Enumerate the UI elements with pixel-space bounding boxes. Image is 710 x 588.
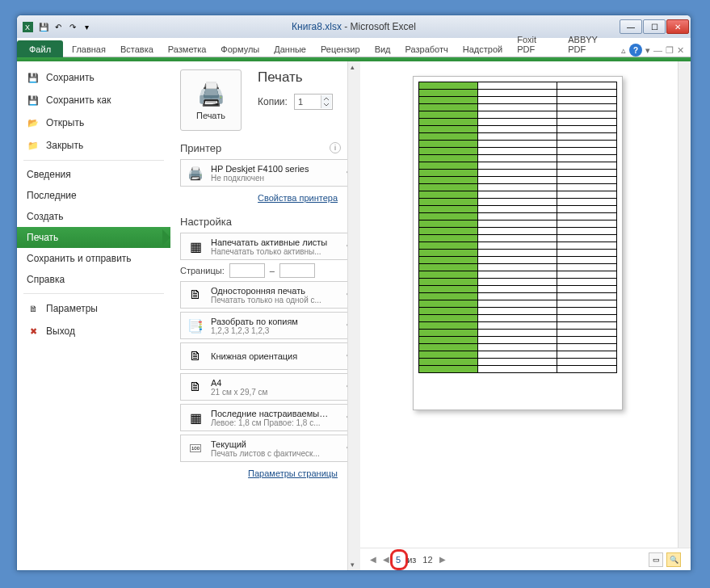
print-heading: Печать [258, 69, 333, 86]
printer-icon: 🖨️ [197, 81, 225, 107]
save-as-icon: 💾 [27, 94, 40, 107]
doc-close-icon[interactable]: ✕ [677, 45, 684, 56]
nav-help[interactable]: Справка [17, 269, 170, 290]
preview-footer: ◀ ◀ 5 из 12 ▶ ▭ 🔍 [360, 548, 691, 570]
qat-undo-icon[interactable]: ↶ [52, 21, 64, 33]
nav-save[interactable]: 💾Сохранить [17, 66, 170, 89]
margins-icon: ▦ [185, 407, 206, 428]
print-button[interactable]: 🖨️ Печать [180, 69, 242, 131]
help-chevron-icon[interactable]: ▾ [645, 45, 650, 56]
close-file-icon: 📁 [27, 139, 40, 152]
minimize-button[interactable]: — [620, 19, 642, 34]
total-pages: 12 [422, 555, 432, 565]
paper-icon: 🗎 [185, 376, 206, 397]
tab-layout[interactable]: Разметка [161, 40, 214, 57]
nav-print[interactable]: Печать [17, 227, 170, 248]
tab-home[interactable]: Главная [65, 40, 113, 57]
print-button-label: Печать [196, 111, 225, 120]
scaling-icon: 100 [185, 438, 206, 459]
settings-section-title: Настройка [180, 216, 355, 228]
printer-selector[interactable]: 🖨️ HP Deskjet F4100 series Не подключен … [180, 159, 355, 187]
sides-icon: 🗎 [185, 284, 206, 305]
backstage-view: 💾Сохранить 💾Сохранить как 📂Открыть 📁Закр… [17, 61, 691, 570]
minimize-ribbon-icon[interactable]: ▵ [621, 45, 626, 56]
nav-separator [23, 160, 164, 161]
print-what-selector[interactable]: ▦ Напечатать активные листы Напечатать т… [180, 233, 355, 260]
printer-name: HP Deskjet F4100 series [211, 164, 309, 174]
sides-selector[interactable]: 🗎 Односторонняя печать Печатать только н… [180, 281, 355, 309]
nav-options[interactable]: 🗎Параметры [17, 297, 170, 320]
print-preview-area [360, 61, 691, 548]
qat-redo-icon[interactable]: ↷ [66, 21, 78, 33]
printer-status: Не подключен [211, 174, 309, 183]
preview-page [413, 76, 623, 410]
doc-minimize-icon[interactable]: — [653, 45, 662, 55]
exit-icon: ✖ [27, 325, 40, 338]
help-icon[interactable]: ? [629, 44, 642, 57]
printer-properties-link[interactable]: Свойства принтера [258, 193, 338, 203]
title-appname: Microsoft Excel [351, 21, 416, 32]
prev-page-button[interactable]: ◀ [383, 555, 389, 564]
nav-save-send[interactable]: Сохранить и отправить [17, 248, 170, 269]
svg-text:X: X [25, 23, 30, 32]
window-frame: X 💾 ↶ ↷ ▾ Книга8.xlsx - Microsoft Excel … [16, 15, 691, 571]
preview-content-table [418, 82, 617, 373]
excel-icon: X [22, 21, 34, 33]
close-button[interactable]: ✕ [666, 19, 689, 34]
tab-developer[interactable]: Разработч [398, 40, 456, 57]
tab-file[interactable]: Файл [17, 40, 63, 57]
tab-insert[interactable]: Вставка [113, 40, 161, 57]
tab-addins[interactable]: Надстрой [456, 40, 510, 57]
options-icon: 🗎 [27, 302, 40, 315]
preview-scrollbar[interactable] [678, 61, 691, 548]
margins-selector[interactable]: ▦ Последние настраиваемые ... Левое: 1,8… [180, 404, 355, 431]
collate-icon: 📑 [185, 315, 206, 336]
show-margins-button[interactable]: ▭ [649, 552, 663, 567]
qat-customize-icon[interactable]: ▾ [81, 21, 93, 33]
ribbon-tabs: Файл Главная Вставка Разметка Формулы Да… [17, 38, 691, 57]
save-icon: 💾 [27, 71, 40, 84]
print-preview-pane: ◀ ◀ 5 из 12 ▶ ▭ 🔍 [360, 61, 691, 570]
settings-scrollbar[interactable] [347, 61, 360, 570]
next-page-button[interactable]: ▶ [439, 555, 446, 564]
current-page-number[interactable]: 5 [396, 555, 401, 565]
backstage-nav: 💾Сохранить 💾Сохранить как 📂Открыть 📁Закр… [17, 61, 170, 570]
title-filename: Книга8.xlsx [292, 21, 342, 32]
copies-spinner[interactable]: 1 [294, 94, 333, 110]
pages-separator: – [270, 266, 275, 275]
nav-close-file[interactable]: 📁Закрыть [17, 134, 170, 157]
tab-foxit[interactable]: Foxit PDF [510, 31, 561, 57]
doc-restore-icon[interactable]: ❐ [666, 45, 674, 56]
tab-review[interactable]: Рецензир [313, 40, 368, 57]
copies-label: Копии: [258, 96, 288, 107]
printer-info-icon[interactable]: i [330, 142, 341, 153]
tab-data[interactable]: Данные [267, 40, 313, 57]
orientation-selector[interactable]: 🗎 Книжная ориентация ▾ [180, 342, 355, 370]
pages-to-input[interactable] [279, 263, 315, 278]
nav-recent[interactable]: Последние [17, 185, 170, 206]
collate-selector[interactable]: 📑 Разобрать по копиям 1,2,3 1,2,3 1,2,3 … [180, 312, 355, 339]
printer-device-icon: 🖨️ [185, 162, 206, 183]
quick-access-toolbar: 💾 ↶ ↷ ▾ [37, 21, 93, 33]
nav-separator [23, 293, 164, 294]
zoom-to-page-button[interactable]: 🔍 [666, 552, 681, 567]
scaling-selector[interactable]: 100 Текущий Печать листов с фактическ...… [180, 435, 355, 462]
nav-open[interactable]: 📂Открыть [17, 111, 170, 134]
backstage-content: 🖨️ Печать Печать Копии: 1 Принтерi 🖨️ [170, 61, 691, 570]
nav-new[interactable]: Создать [17, 206, 170, 227]
nav-info[interactable]: Сведения [17, 164, 170, 185]
tab-formulas[interactable]: Формулы [213, 40, 267, 57]
sheets-icon: ▦ [185, 236, 206, 257]
page-navigator: ◀ ◀ 5 из 12 ▶ [370, 555, 446, 565]
nav-exit[interactable]: ✖Выход [17, 320, 170, 342]
tab-view[interactable]: Вид [368, 40, 398, 57]
nav-save-as[interactable]: 💾Сохранить как [17, 89, 170, 111]
maximize-button[interactable]: ☐ [643, 19, 666, 34]
paper-size-selector[interactable]: 🗎 A4 21 см x 29,7 см ▾ [180, 373, 355, 401]
open-icon: 📂 [27, 116, 40, 129]
first-page-button[interactable]: ◀ [370, 555, 376, 564]
pages-from-input[interactable] [229, 263, 265, 278]
qat-save-icon[interactable]: 💾 [37, 21, 49, 33]
tab-abbyy[interactable]: ABBYY PDF [561, 31, 621, 57]
page-setup-link[interactable]: Параметры страницы [248, 468, 338, 478]
